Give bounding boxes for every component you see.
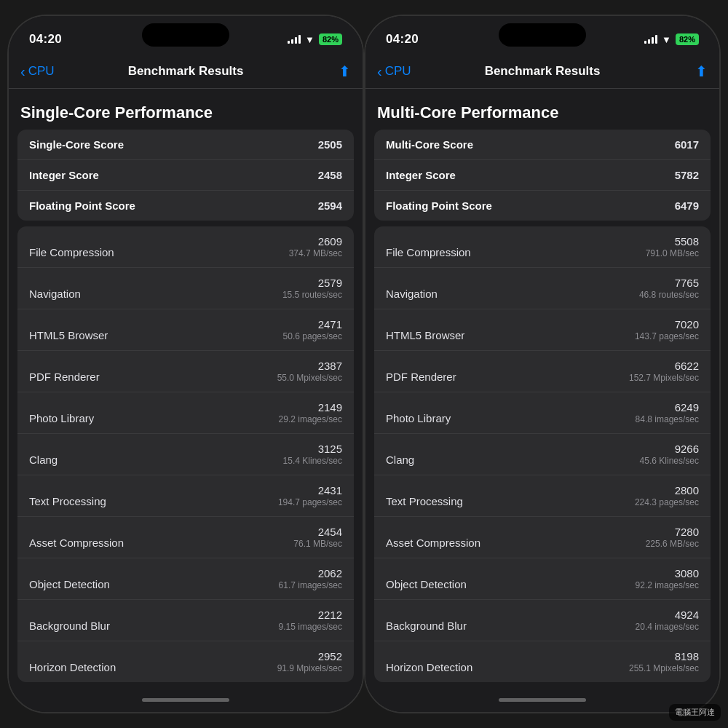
table-row: Horizon Detection 8198 255.1 Mpixels/sec (374, 641, 711, 682)
row-name: File Compression (29, 246, 114, 258)
row-values: 3080 92.2 images/sec (636, 567, 699, 590)
row-score: 7020 (675, 318, 699, 331)
row-name: Navigation (386, 288, 438, 300)
row-name: Single-Core Score (29, 138, 124, 151)
row-score: 5782 (675, 169, 699, 181)
row-name: Object Detection (29, 578, 110, 590)
row-values: 7280 225.6 MB/sec (646, 526, 699, 549)
row-name: Navigation (29, 288, 81, 300)
right-phone: 04:20 ▼ 82% ‹ CPU Benchmark Results ⬆ (364, 15, 721, 713)
row-values: 8198 255.1 Mpixels/sec (629, 650, 699, 673)
row-score: 2387 (318, 360, 342, 372)
row-unit: 374.7 MB/sec (289, 248, 342, 258)
right-back-button[interactable]: ‹ CPU (377, 64, 428, 79)
table-row: Single-Core Score 2505 (17, 130, 354, 160)
table-row: File Compression 2609 374.7 MB/sec (17, 226, 354, 268)
left-back-button[interactable]: ‹ CPU (20, 64, 71, 79)
right-share-button[interactable]: ⬆ (657, 63, 708, 80)
table-row: HTML5 Browser 2471 50.6 pages/sec (17, 309, 354, 351)
row-name: PDF Renderer (29, 371, 100, 383)
row-score: 2952 (318, 650, 342, 662)
row-name: Text Processing (386, 495, 463, 507)
row-unit: 29.2 images/sec (279, 414, 342, 424)
row-name: Clang (29, 454, 58, 466)
row-score: 6017 (675, 138, 699, 151)
table-row: Multi-Core Score 6017 (374, 130, 711, 160)
row-unit: 9.15 images/sec (279, 622, 342, 632)
row-unit: 15.4 Klines/sec (283, 456, 342, 466)
right-section-header: Multi-Core Performance (365, 89, 719, 130)
left-nav-title: Benchmark Results (71, 64, 300, 79)
table-row: Background Blur 2212 9.15 images/sec (17, 600, 354, 641)
row-name: PDF Renderer (386, 371, 456, 383)
row-values: 3125 15.4 Klines/sec (283, 443, 342, 466)
row-unit: 255.1 Mpixels/sec (629, 663, 699, 673)
right-bold-table: Multi-Core Score 6017 Integer Score 5782… (374, 130, 711, 221)
row-values: 2952 91.9 Mpixels/sec (277, 650, 342, 673)
left-battery: 82% (319, 33, 342, 45)
row-unit: 84.8 images/sec (636, 414, 699, 424)
row-values: 2431 194.7 pages/sec (278, 484, 342, 507)
left-content: Single-Core Performance Single-Core Scor… (9, 89, 363, 687)
table-row: HTML5 Browser 7020 143.7 pages/sec (374, 309, 711, 351)
row-unit: 143.7 pages/sec (635, 331, 699, 341)
table-row: Clang 9266 45.6 Klines/sec (374, 434, 711, 475)
row-unit: 50.6 pages/sec (283, 331, 342, 341)
row-name: Asset Compression (29, 537, 124, 549)
row-values: 2471 50.6 pages/sec (283, 318, 342, 341)
row-unit: 224.3 pages/sec (635, 497, 699, 507)
row-name: Floating Point Score (29, 199, 135, 212)
row-values: 6017 (675, 138, 699, 151)
row-score: 2505 (318, 138, 342, 151)
row-unit: 91.9 Mpixels/sec (277, 663, 342, 673)
table-row: File Compression 5508 791.0 MB/sec (374, 226, 711, 268)
row-values: 2387 55.0 Mpixels/sec (277, 360, 342, 383)
row-name: Clang (386, 454, 414, 466)
left-nav-bar: ‹ CPU Benchmark Results ⬆ (9, 54, 363, 89)
row-unit: 20.4 images/sec (636, 622, 699, 632)
row-name: Background Blur (386, 620, 467, 632)
row-values: 2579 15.5 routes/sec (282, 277, 342, 300)
watermark: 電腦王阿達 (669, 704, 721, 721)
table-row: Object Detection 2062 61.7 images/sec (17, 558, 354, 600)
row-score: 2609 (318, 235, 342, 248)
right-status-bar: 04:20 ▼ 82% (365, 16, 719, 54)
row-unit: 76.1 MB/sec (293, 539, 342, 549)
table-row: PDF Renderer 2387 55.0 Mpixels/sec (17, 351, 354, 392)
table-row: Text Processing 2800 224.3 pages/sec (374, 475, 711, 517)
table-row: Integer Score 5782 (374, 160, 711, 191)
row-score: 8198 (675, 650, 699, 662)
row-values: 2458 (318, 169, 342, 181)
left-chevron-icon: ‹ (20, 64, 25, 79)
row-score: 9266 (675, 443, 699, 455)
row-unit: 194.7 pages/sec (278, 497, 342, 507)
row-score: 2471 (318, 318, 342, 331)
row-unit: 152.7 Mpixels/sec (629, 373, 699, 383)
table-row: Photo Library 6249 84.8 images/sec (374, 392, 711, 434)
table-row: Floating Point Score 6479 (374, 191, 711, 221)
row-values: 2594 (318, 199, 342, 212)
left-section-header: Single-Core Performance (9, 89, 363, 130)
table-row: Asset Compression 7280 225.6 MB/sec (374, 517, 711, 558)
table-row: Clang 3125 15.4 Klines/sec (17, 434, 354, 475)
right-main-table: File Compression 5508 791.0 MB/sec Navig… (374, 226, 711, 682)
left-share-button[interactable]: ⬆ (300, 63, 351, 80)
table-row: Object Detection 3080 92.2 images/sec (374, 558, 711, 600)
row-values: 5782 (675, 169, 699, 181)
row-name: HTML5 Browser (29, 329, 108, 341)
row-values: 4924 20.4 images/sec (636, 609, 699, 632)
row-score: 2594 (318, 199, 342, 212)
row-score: 2149 (318, 401, 342, 414)
row-name: Text Processing (29, 495, 106, 507)
row-values: 6249 84.8 images/sec (636, 401, 699, 424)
right-content: Multi-Core Performance Multi-Core Score … (365, 89, 719, 687)
left-status-bar: 04:20 ▼ 82% (9, 16, 363, 54)
left-status-time: 04:20 (29, 32, 62, 47)
table-row: Photo Library 2149 29.2 images/sec (17, 392, 354, 434)
left-status-icons: ▼ 82% (288, 33, 342, 45)
row-name: Integer Score (386, 169, 456, 181)
row-unit: 61.7 images/sec (279, 580, 342, 590)
right-chevron-icon: ‹ (377, 64, 382, 79)
left-back-label: CPU (28, 64, 55, 79)
row-score: 3080 (675, 567, 699, 579)
